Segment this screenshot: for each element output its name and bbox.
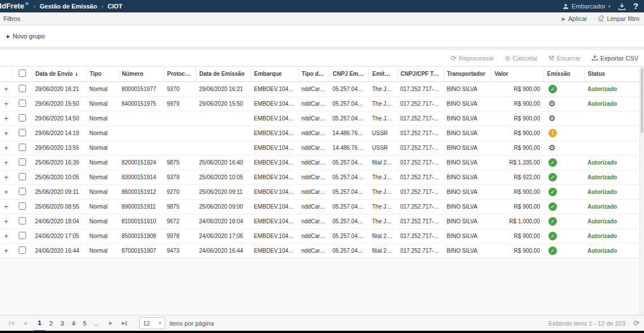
table-row[interactable]: + 29/06/2020 13:55 Normal EMBDEV.104835 …	[0, 140, 639, 155]
page-size-select[interactable]: 12 ▾	[139, 317, 165, 329]
col-cnpj-cpf-transportador[interactable]: CNPJ/CPF Transp...	[397, 67, 443, 81]
row-checkbox[interactable]	[19, 173, 26, 180]
table-row[interactable]: + 24/06/2020 17:05 Normal 85000151908 99…	[0, 228, 639, 243]
page-more-button[interactable]: ...	[90, 315, 102, 331]
cell-tipo: Normal	[86, 96, 118, 111]
col-emissao[interactable]: Emissão	[543, 67, 584, 81]
select-all-checkbox[interactable]	[19, 70, 26, 77]
cell-numero: 80000151977	[118, 81, 163, 96]
expand-row-icon[interactable]: +	[4, 114, 8, 123]
breadcrumb-gestao-de-emissao[interactable]: Gestão de Emissão	[40, 3, 97, 10]
cell-valor: R$ 900,00	[491, 111, 543, 126]
expand-row-icon[interactable]: +	[4, 246, 8, 255]
col-embarque[interactable]: Embarque	[250, 67, 298, 81]
page-button-3[interactable]: 3	[57, 315, 68, 331]
table-row[interactable]: + 29/06/2020 14:19 Normal EMBDEV.104855 …	[0, 126, 639, 140]
expand-row-icon[interactable]: +	[4, 158, 8, 167]
brand-logo[interactable]: ddFrete	[0, 0, 28, 12]
row-checkbox[interactable]	[19, 246, 26, 254]
cell-data-de-emissao	[196, 140, 250, 155]
table-row[interactable]: + 29/06/2020 14:50 Normal EMBDEV.104857 …	[0, 111, 639, 126]
table-row[interactable]: + 29/06/2020 16:21 Normal 80000151977 93…	[0, 81, 639, 96]
row-checkbox[interactable]	[19, 217, 26, 224]
help-icon[interactable]: ?	[633, 0, 638, 12]
row-checkbox[interactable]	[19, 129, 26, 136]
page-button-4[interactable]: 4	[68, 315, 79, 331]
table-row[interactable]: + 24/06/2020 16:44 Normal 87000151907 94…	[0, 243, 639, 258]
col-tipo-de-pagamento[interactable]: Tipo de Paga...	[298, 67, 329, 81]
export-csv-button[interactable]: Exportar CSV	[591, 54, 638, 62]
col-emitente[interactable]: Emitente	[369, 67, 397, 81]
cell-data-de-envio: 29/06/2020 15:50	[32, 96, 86, 111]
cell-embarque: EMBDEV.104855	[250, 126, 298, 140]
cell-protocolo: 9978	[163, 228, 196, 243]
expand-row-icon[interactable]: +	[4, 217, 8, 226]
expand-row-icon[interactable]: +	[4, 232, 8, 240]
row-checkbox[interactable]	[19, 232, 26, 239]
cell-tipo: Normal	[86, 199, 118, 214]
row-checkbox[interactable]	[19, 202, 26, 210]
export-csv-label: Exportar CSV	[600, 55, 638, 62]
apply-filter-button[interactable]: ▶ Aplicar	[562, 15, 587, 22]
col-valor[interactable]: Valor	[491, 67, 543, 81]
expand-row-icon[interactable]: +	[4, 100, 8, 108]
cell-emissao: ⚙	[543, 111, 584, 126]
refresh-icon[interactable]: ⟳	[633, 319, 639, 327]
cell-numero: 83000151914	[118, 170, 163, 184]
cancel-button[interactable]: ⊘ Cancelar	[505, 55, 538, 62]
user-menu-button[interactable]: Embarcador ▾	[563, 3, 611, 10]
expand-row-icon[interactable]: +	[4, 85, 8, 93]
expand-row-icon[interactable]: +	[4, 173, 8, 181]
new-group-button[interactable]: + Novo grupo	[6, 33, 45, 40]
table-row[interactable]: + 25/06/2020 10:05 Normal 83000151914 93…	[0, 170, 639, 184]
cell-data-de-emissao: 24/06/2020 16:44	[196, 243, 250, 258]
expand-row-icon[interactable]: +	[4, 129, 8, 137]
cell-cnpj-emitente: 05.257.045/0...	[329, 243, 369, 258]
row-checkbox[interactable]	[19, 188, 26, 195]
cell-tipo-de-pagamento: nddCargo	[298, 184, 329, 199]
prev-page-button[interactable]: ◀	[18, 315, 32, 331]
cell-emissao: ✓	[543, 214, 584, 228]
first-page-button[interactable]: ◀	[5, 315, 18, 331]
expand-row-icon[interactable]: +	[4, 202, 8, 211]
cell-cnpj-cpf-transportador: 017.252.717-10	[397, 126, 443, 140]
row-checkbox[interactable]	[19, 100, 26, 107]
col-transportador[interactable]: Transportador	[443, 67, 491, 81]
row-checkbox[interactable]	[19, 85, 26, 92]
next-page-button[interactable]: ▶	[104, 315, 118, 331]
expand-row-icon[interactable]: +	[4, 144, 8, 152]
cell-emissao: ✓	[543, 199, 584, 214]
close-ciot-button[interactable]: ⚒ Encerrar	[548, 55, 581, 62]
expand-row-icon[interactable]: +	[4, 188, 8, 196]
col-data-de-envio[interactable]: Data de Envio↓	[32, 67, 86, 81]
cell-transportador: BINO SILVA	[443, 243, 491, 258]
download-icon[interactable]	[618, 3, 626, 10]
col-status[interactable]: Status	[584, 67, 639, 81]
row-checkbox[interactable]	[19, 114, 26, 122]
table-row[interactable]: + 25/06/2020 08:55 Normal 89000151911 98…	[0, 199, 639, 214]
col-cnpj-emitente[interactable]: CNPJ Emite...	[329, 67, 369, 81]
row-checkbox[interactable]	[19, 144, 26, 151]
cell-select	[12, 214, 32, 228]
table-row[interactable]: + 24/06/2020 18:04 Normal 81000151910 96…	[0, 214, 639, 228]
clear-filter-button[interactable]: Limpar filtro	[598, 15, 639, 23]
col-tipo[interactable]: Tipo	[86, 67, 118, 81]
last-page-button[interactable]: ▶	[118, 315, 131, 331]
row-checkbox[interactable]	[19, 158, 26, 166]
breadcrumb-ciot[interactable]: CIOT	[107, 3, 122, 10]
table-row[interactable]: + 25/06/2020 09:11 Normal 86000151912 92…	[0, 184, 639, 199]
page-button-1[interactable]: 1	[34, 315, 45, 331]
vertical-scrollbar[interactable]	[639, 67, 644, 315]
col-protocolo[interactable]: Protocolo	[163, 67, 196, 81]
page-button-5[interactable]: 5	[79, 315, 90, 331]
reprocess-button[interactable]: ⟳ Reprocessar	[451, 55, 494, 62]
col-numero[interactable]: Número	[118, 67, 163, 81]
cell-numero	[118, 111, 163, 126]
page-button-2[interactable]: 2	[45, 315, 57, 331]
cell-emitente: filial 2 sb	[369, 228, 397, 243]
col-data-de-emissao[interactable]: Data de Emissão	[196, 67, 250, 81]
page-numbers: 12345...	[34, 315, 102, 331]
table-row[interactable]: + 25/06/2020 16:39 Normal 82000151924 98…	[0, 155, 639, 170]
table-row[interactable]: + 29/06/2020 15:50 Normal 84000151975 99…	[0, 96, 639, 111]
scrollbar-thumb[interactable]	[641, 68, 643, 133]
